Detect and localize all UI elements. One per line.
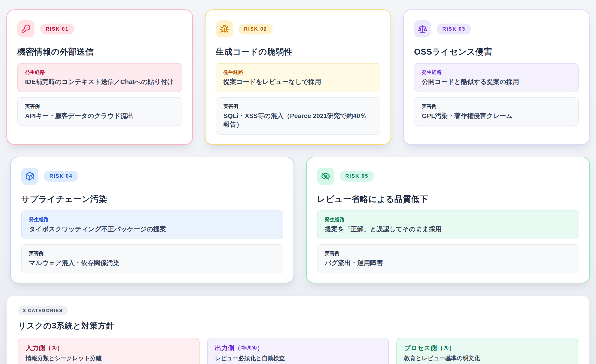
path-label: 発生経路: [25, 69, 174, 76]
path-text: タイポスクワッティング不正パッケージの提案: [29, 225, 276, 234]
bug-icon: [216, 20, 233, 37]
risk-row-1: RISK 01 機密情報の外部送信 発生経路 IDE補完時のコンテキスト送信／C…: [7, 0, 589, 145]
risk-card-05: RISK 05 レビュー省略による品質低下 発生経路 提案を「正解」と誤認してそ…: [306, 157, 590, 283]
category-title: 出力側（②③④）: [215, 344, 381, 352]
risk-title: レビュー省略による品質低下: [317, 193, 579, 205]
risk-row-2: RISK 04 サプライチェーン汚染 発生経路 タイポスクワッティング不正パッケ…: [10, 157, 590, 283]
harm-box: 実害例 バグ流出・運用障害: [317, 244, 579, 273]
summary-title: リスクの3系統と対策方針: [18, 320, 578, 331]
key-icon: [17, 20, 34, 37]
risk-badge: RISK 03: [437, 23, 471, 35]
harm-label: 実害例: [422, 103, 571, 110]
category-row: 入力側（①） 情報分類とシークレット分離 出力側（②③④） レビュー必須化と自動…: [18, 338, 578, 364]
risk-badge: RISK 04: [44, 171, 78, 182]
summary-card: 3 CATEGORIES リスクの3系統と対策方針 入力側（①） 情報分類とシー…: [7, 295, 589, 364]
path-label: 発生経路: [422, 69, 571, 76]
path-text: 提案を「正解」と誤認してそのまま採用: [325, 225, 571, 234]
path-text: 公開コードと酷似する提案の採用: [422, 77, 571, 86]
card-header: RISK 03: [414, 20, 579, 37]
risk-card-01: RISK 01 機密情報の外部送信 発生経路 IDE補完時のコンテキスト送信／C…: [7, 9, 193, 145]
risk-overview-page: RISK 01 機密情報の外部送信 発生経路 IDE補完時のコンテキスト送信／C…: [0, 0, 596, 364]
risk-badge: RISK 05: [340, 171, 374, 182]
path-text: 提案コードをレビューなしで採用: [224, 77, 373, 86]
path-label: 発生経路: [224, 69, 373, 76]
path-label: 発生経路: [29, 216, 276, 223]
harm-box: 実害例 GPL汚染・著作権侵害クレーム: [414, 97, 579, 126]
risk-badge: RISK 01: [40, 23, 74, 35]
path-box: 発生経路 公開コードと酷似する提案の採用: [414, 63, 579, 92]
scale-icon: [414, 20, 431, 37]
category-process: プロセス側（⑤） 教育とレビュー基準の明文化: [396, 338, 578, 364]
harm-box: 実害例 マルウェア混入・依存関係汚染: [21, 244, 283, 273]
harm-label: 実害例: [325, 250, 571, 257]
card-header: RISK 02: [216, 20, 380, 37]
card-header: RISK 05: [317, 168, 579, 185]
harm-box: 実害例 SQLi・XSS等の混入（Pearce 2021研究で約40％報告）: [216, 97, 380, 135]
category-description: 教育とレビュー基準の明文化: [404, 354, 570, 362]
risk-card-04: RISK 04 サプライチェーン汚染 発生経路 タイポスクワッティング不正パッケ…: [10, 157, 294, 283]
categories-badge: 3 CATEGORIES: [18, 305, 68, 315]
path-box: 発生経路 IDE補完時のコンテキスト送信／Chatへの貼り付け: [17, 63, 182, 92]
category-title: 入力側（①）: [26, 344, 192, 352]
package-x-icon: [21, 168, 38, 185]
path-box: 発生経路 提案コードをレビューなしで採用: [216, 63, 380, 92]
harm-text: GPL汚染・著作権侵害クレーム: [422, 111, 571, 120]
risk-title: サプライチェーン汚染: [21, 193, 283, 205]
risk-title: 生成コードの脆弱性: [216, 46, 380, 58]
eye-off-icon: [317, 168, 334, 185]
category-input: 入力側（①） 情報分類とシークレット分離: [18, 338, 200, 364]
category-description: 情報分類とシークレット分離: [26, 354, 192, 362]
category-title: プロセス側（⑤）: [404, 344, 570, 352]
harm-text: SQLi・XSS等の混入（Pearce 2021研究で約40％報告）: [224, 111, 373, 129]
risk-card-03: RISK 03 OSSライセンス侵害 発生経路 公開コードと酷似する提案の採用 …: [403, 9, 589, 145]
path-box: 発生経路 タイポスクワッティング不正パッケージの提案: [21, 210, 283, 239]
harm-text: マルウェア混入・依存関係汚染: [29, 259, 276, 267]
harm-box: 実害例 APIキー・顧客データのクラウド流出: [17, 97, 182, 126]
risk-title: 機密情報の外部送信: [17, 46, 182, 58]
harm-label: 実害例: [224, 103, 373, 110]
path-label: 発生経路: [325, 216, 571, 223]
risk-title: OSSライセンス侵害: [414, 46, 579, 58]
harm-label: 実害例: [25, 103, 174, 110]
harm-text: APIキー・顧客データのクラウド流出: [25, 111, 174, 120]
category-description: レビュー必須化と自動検査: [215, 354, 381, 362]
harm-label: 実害例: [29, 250, 276, 257]
card-header: RISK 01: [17, 20, 182, 37]
harm-text: バグ流出・運用障害: [325, 259, 571, 267]
path-box: 発生経路 提案を「正解」と誤認してそのまま採用: [317, 210, 579, 239]
risk-badge: RISK 02: [238, 23, 273, 35]
card-header: RISK 04: [21, 168, 283, 185]
risk-card-02: RISK 02 生成コードの脆弱性 発生経路 提案コードをレビューなしで採用 実…: [205, 9, 391, 145]
category-output: 出力側（②③④） レビュー必須化と自動検査: [207, 338, 389, 364]
path-text: IDE補完時のコンテキスト送信／Chatへの貼り付け: [25, 77, 174, 86]
